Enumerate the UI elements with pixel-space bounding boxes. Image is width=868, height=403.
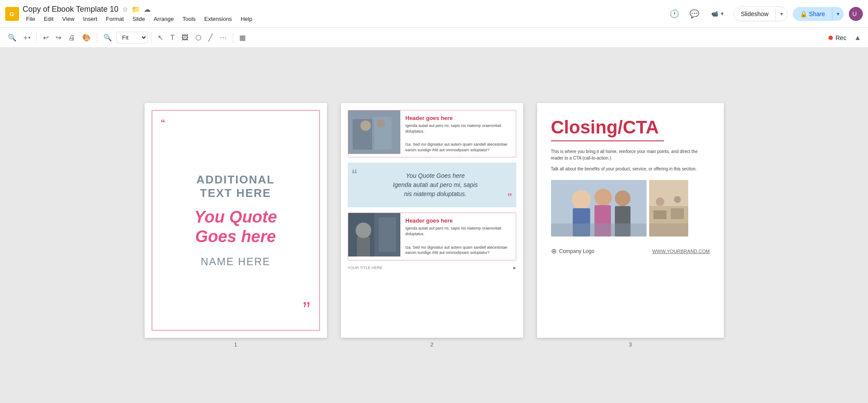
doc-title[interactable]: Copy of Ebook Template 10 [23,5,119,14]
zoom-select[interactable]: Fit 50% 75% 100% 125% 150% 200% [116,32,148,43]
additional-line2: TEXT HERE [196,187,274,200]
slide-1[interactable]: “ ADDITIONAL TEXT HERE You Quote Goes he… [145,103,327,338]
you-quote-line1: You Quote [194,207,277,227]
meet-button[interactable]: 📹 ▾ [707,8,728,20]
menu-view[interactable]: View [59,15,78,23]
text-tool[interactable]: T [168,32,177,43]
card-2-image [348,213,400,256]
additional-line1: ADDITIONAL [196,173,274,187]
quote-box-text: You Quote Goes here Igenda autati aut pe… [367,171,504,199]
rec-button[interactable]: Rec [824,33,851,43]
toolbar-divider-4 [233,33,233,43]
closing-divider [551,140,664,141]
svg-rect-13 [379,217,396,252]
doc-title-area: Copy of Ebook Template 10 ☆ 📁 ☁ File Edi… [23,5,663,23]
closing-image-people [551,180,647,236]
cloud-icon[interactable]: ☁ [144,5,151,13]
collapse-toolbar-button[interactable]: ▲ [852,32,863,43]
quote-open-icon: “ [161,118,165,130]
card-1-text: Header goes here Igenda autati aut pero … [400,110,516,157]
card-1-body2: Ga. Sed mo digniatiur aut autem quam san… [406,142,511,153]
avatar[interactable]: U [849,7,863,21]
undo-button[interactable]: ↩ [40,32,51,43]
app-icon: G [5,7,19,21]
history-button[interactable]: 🕐 [667,7,682,21]
menu-slide[interactable]: Slide [129,15,149,23]
card-1: Header goes here Igenda autati aut pero … [348,110,516,157]
card-1-header: Header goes here [406,115,511,121]
line-tool[interactable]: ╱ [206,32,215,43]
logo-text: Company Logo [559,248,594,254]
svg-text:G: G [10,11,14,17]
closing-title: Closing/CTA [551,117,710,138]
card-2-body2: Ga. Sed mo digniatiur aut autem quam san… [406,245,511,256]
header-right: 🕐 💬 📹 ▾ Slideshow ▾ 🔒 Share ▾ U [667,7,863,21]
slideshow-dropdown[interactable]: ▾ [776,7,787,20]
slide-wrapper-2: Header goes here Igenda autati aut pero … [341,103,523,348]
card-1-body1: Igenda autati aut pero mi, sapis nis nia… [406,123,511,134]
menu-format[interactable]: Format [102,15,127,23]
comment-button[interactable]: 💬 [687,7,702,21]
menu-arrange[interactable]: Arrange [150,15,177,23]
closing-images [551,180,710,236]
slide-2-page: ▶ [513,266,516,270]
slide-3[interactable]: Closing/CTA This is where you bring it a… [537,103,724,338]
search-button[interactable]: 🔍 [5,32,19,43]
closing-image-office [649,180,688,236]
menu-file[interactable]: File [23,15,39,23]
quote-close-icon: ” [303,299,310,321]
menu-tools[interactable]: Tools [179,15,199,23]
svg-point-26 [656,197,664,206]
toolbar: 🔍 + ▾ ↩ ↪ 🖨 🎨 🔍 Fit 50% 75% 100% 125% 15… [0,28,868,48]
slideshow-button[interactable]: Slideshow [734,7,776,21]
card-1-image [348,110,400,154]
add-slide-button[interactable]: + ▾ [21,32,33,43]
print-button[interactable]: 🖨 [66,32,78,43]
quote-line3: nis niatemp doluptatus. [367,190,504,199]
share-button-group: 🔒 Share ▾ [793,7,844,21]
embed-tool[interactable]: ▦ [237,32,248,43]
shape-tool[interactable]: ⬡ [193,32,204,43]
redo-button[interactable]: ↪ [53,32,64,43]
share-dropdown[interactable]: ▾ [832,7,844,20]
paint-format-button[interactable]: 🎨 [79,32,93,43]
svg-point-17 [594,189,612,206]
menu-help[interactable]: Help [237,15,256,23]
slide-number-1: 1 [234,341,237,348]
svg-rect-25 [671,208,684,219]
star-icon[interactable]: ☆ [122,5,128,13]
closing-p1: This is where you bring it all home, rei… [551,148,710,161]
closing-logo: ⊕ Company Logo [551,247,594,255]
svg-rect-28 [649,223,688,236]
meet-icon: 📹 [711,10,718,17]
you-quote-line2: Goes here [194,227,277,247]
rec-label: Rec [835,34,846,41]
quote-line2: Igenda autati aut pero mi, sapis [367,180,504,190]
cursor-tool[interactable]: ↖ [155,32,166,43]
quote-box-open: “ [352,168,357,183]
meet-arrow: ▾ [721,10,724,17]
card-2-text: Header goes here Igenda autati aut pero … [400,213,516,260]
card-2: Header goes here Igenda autati aut pero … [348,213,516,260]
slide-wrapper-3: Closing/CTA This is where you bring it a… [537,103,724,348]
slide-2[interactable]: Header goes here Igenda autati aut pero … [341,103,523,338]
folder-icon[interactable]: 📁 [132,5,140,13]
menu-extensions[interactable]: Extensions [201,15,236,23]
svg-point-8 [376,119,385,128]
menu-insert[interactable]: Insert [79,15,101,23]
more-tools[interactable]: ⋯ [217,32,229,43]
closing-url: WWW.YOURBRAND.COM [652,249,710,254]
image-tool[interactable]: 🖼 [179,32,191,43]
card-2-header: Header goes here [406,217,511,224]
menu-edit[interactable]: Edit [40,15,57,23]
svg-point-7 [360,120,371,131]
zoom-decrease-button[interactable]: 🔍 [101,32,115,43]
closing-p2: Talk all about the benefits of your prod… [551,166,710,172]
svg-point-27 [674,196,681,203]
svg-rect-23 [649,180,688,206]
share-button[interactable]: 🔒 Share [793,7,832,21]
quote-box-close: ” [508,192,512,204]
svg-point-19 [615,190,630,206]
slide-2-footer: YOUR TITLE HERE ▶ [348,266,516,270]
slideshow-button-group: Slideshow ▾ [733,7,788,21]
